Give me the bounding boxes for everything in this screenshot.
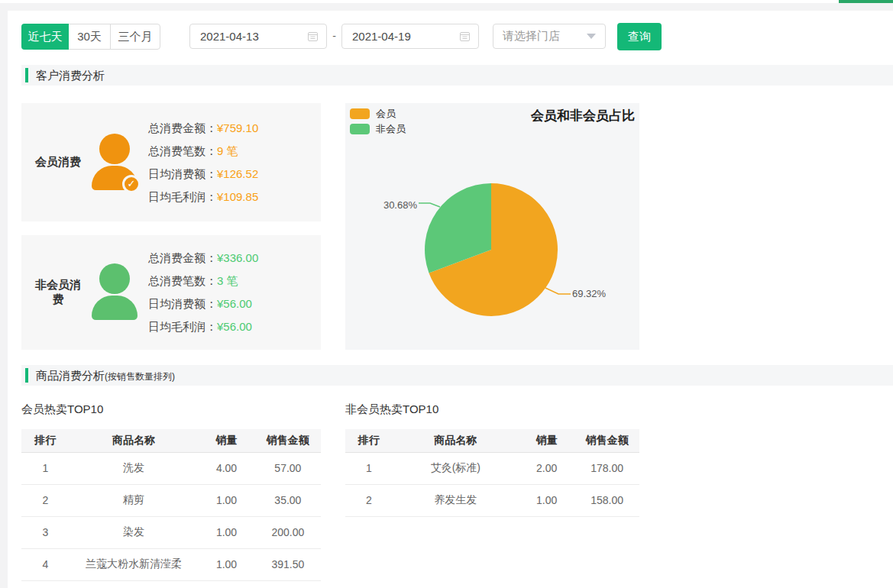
cell-qty: 1.00 — [519, 484, 574, 516]
cell-qty: 2.00 — [519, 452, 574, 484]
chevron-down-icon — [587, 34, 596, 39]
stat-label: 总消费金额： — [148, 121, 217, 134]
check-badge-icon: ✓ — [122, 175, 141, 193]
cell-rank: 4 — [21, 548, 70, 580]
col-header-rank: 排行 — [21, 429, 70, 452]
cell-rank: 1 — [345, 452, 393, 484]
cell-qty: 1.00 — [198, 548, 254, 580]
cell-amount: 391.50 — [255, 548, 321, 580]
stat-label: 总消费笔数： — [148, 144, 217, 157]
nonmember-consumption-card: 非会员消费 总消费金额：¥336.00 总消费笔数：3 笔 日均消费额：¥56.… — [21, 235, 321, 350]
table-row: 2 养发生发 1.00 158.00 — [345, 484, 639, 516]
cell-qty: 4.00 — [198, 452, 254, 484]
stat-label: 日均毛利润： — [148, 320, 217, 333]
store-select[interactable]: 请选择门店 — [493, 24, 606, 49]
calendar-icon[interactable] — [459, 31, 471, 42]
main-panel: 近七天 30天 三个月 2021-04-13 - 2021-04-19 请选择门… — [8, 11, 893, 588]
stat-value: ¥759.10 — [217, 121, 258, 134]
member-stats: 总消费金额：¥759.10 总消费笔数：9 笔 日均消费额：¥126.52 日均… — [148, 117, 258, 208]
col-header-product: 商品名称 — [393, 429, 519, 452]
cell-amount: 57.00 — [255, 452, 321, 484]
table-row: 3 染发 1.00 200.00 — [21, 516, 321, 548]
start-date-input[interactable]: 2021-04-13 — [189, 24, 327, 49]
nonmember-card-label: 非会员消费 — [31, 278, 86, 307]
cell-product: 艾灸(标准) — [393, 452, 519, 484]
stat-value: ¥56.00 — [217, 297, 252, 310]
cell-amount: 178.00 — [574, 452, 639, 484]
table-row: 1 艾灸(标准) 2.00 178.00 — [345, 452, 639, 484]
stat-label: 日均毛利润： — [148, 190, 217, 203]
person-head — [99, 134, 130, 164]
stat-row: 日均消费额：¥126.52 — [148, 163, 258, 186]
col-header-qty: 销量 — [519, 429, 574, 452]
date-range-button-group: 近七天 30天 三个月 — [21, 24, 160, 50]
cell-product: 精剪 — [70, 484, 199, 516]
table-header-row: 排行 商品名称 销量 销售金额 — [345, 429, 639, 452]
section-title-product: 商品消费分析(按销售数量排列) — [36, 365, 175, 387]
section-accent-bar — [25, 368, 28, 383]
stat-value: ¥126.52 — [217, 167, 258, 180]
table-row: 4 兰蔻大粉水新清滢柔 1.00 391.50 — [21, 548, 321, 580]
pie-label-nonmember: 30.68% — [380, 199, 417, 211]
col-header-amount: 销售金额 — [255, 429, 321, 452]
cell-product: 兰蔻大粉水新清滢柔 — [70, 548, 199, 580]
query-button[interactable]: 查询 — [617, 23, 662, 50]
col-header-rank: 排行 — [345, 429, 393, 452]
stat-label: 总消费金额： — [148, 251, 217, 264]
stat-value: ¥336.00 — [217, 251, 258, 264]
stat-label: 总消费笔数： — [148, 274, 217, 287]
stat-row: 总消费金额：¥759.10 — [148, 117, 258, 140]
cell-product: 染发 — [70, 516, 199, 548]
member-top10-title: 会员热卖TOP10 — [21, 402, 103, 417]
range-button-30days[interactable]: 30天 — [68, 24, 111, 50]
end-date-input[interactable]: 2021-04-19 — [341, 24, 479, 49]
store-select-placeholder: 请选择门店 — [503, 29, 587, 44]
section-subtitle-text: (按销售数量排列) — [105, 371, 175, 382]
member-top10-table: 排行 商品名称 销量 销售金额 1 洗发 4.00 57.00 2 精剪 1.0… — [21, 429, 321, 581]
progress-bar — [839, 0, 893, 3]
date-range-separator: - — [327, 24, 341, 49]
stat-row: 日均毛利润：¥109.85 — [148, 186, 258, 208]
top-strip — [0, 0, 893, 3]
stat-value: 9 笔 — [217, 144, 238, 157]
cell-amount: 158.00 — [574, 484, 639, 516]
pie-label-member: 69.32% — [572, 288, 606, 299]
col-header-qty: 销量 — [198, 429, 254, 452]
section-header-customer: 客户消费分析 — [21, 65, 893, 86]
table-row: 1 洗发 4.00 57.00 — [21, 452, 321, 484]
cell-product: 养发生发 — [393, 484, 519, 516]
member-consumption-card: 会员消费 ✓ 总消费金额：¥759.10 总消费笔数：9 笔 日均消费额：¥12… — [21, 103, 321, 221]
cell-amount: 35.00 — [255, 484, 321, 516]
table-row: 2 精剪 1.00 35.00 — [21, 484, 321, 516]
section-title-customer: 客户消费分析 — [36, 65, 105, 86]
label-line-nonmember — [419, 203, 440, 207]
stat-value: ¥109.85 — [217, 190, 258, 203]
start-date-value: 2021-04-13 — [200, 30, 307, 43]
stat-row: 日均消费额：¥56.00 — [148, 292, 258, 315]
calendar-icon[interactable] — [307, 31, 319, 42]
stat-row: 日均毛利润：¥56.00 — [148, 315, 258, 338]
range-button-last7days[interactable]: 近七天 — [21, 24, 69, 50]
nonmember-top10-table: 排行 商品名称 销量 销售金额 1 艾灸(标准) 2.00 178.00 2 养… — [345, 429, 639, 517]
col-header-amount: 销售金额 — [574, 429, 639, 452]
member-person-icon: ✓ — [92, 134, 138, 192]
cell-rank: 1 — [21, 452, 70, 484]
stat-row: 总消费金额：¥336.00 — [148, 247, 258, 270]
member-card-label: 会员消费 — [31, 155, 86, 170]
section-header-product: 商品消费分析(按销售数量排列) — [21, 365, 893, 386]
pie-chart-panel: 会员 非会员 会员和非会员占比 30.68% 69.32% — [345, 103, 639, 350]
nonmember-stats: 总消费金额：¥336.00 总消费笔数：3 笔 日均消费额：¥56.00 日均毛… — [148, 247, 258, 338]
range-button-3months[interactable]: 三个月 — [110, 24, 160, 50]
cell-amount: 200.00 — [255, 516, 321, 548]
stat-label: 日均消费额： — [148, 297, 217, 310]
table-header-row: 排行 商品名称 销量 销售金额 — [21, 429, 321, 452]
cell-rank: 3 — [21, 516, 70, 548]
cell-rank: 2 — [345, 484, 393, 516]
person-body — [92, 296, 138, 320]
cell-rank: 2 — [21, 484, 70, 516]
end-date-value: 2021-04-19 — [352, 30, 459, 43]
cell-qty: 1.00 — [198, 484, 254, 516]
cell-qty: 1.00 — [198, 516, 254, 548]
col-header-product: 商品名称 — [70, 429, 199, 452]
pie-slices — [425, 183, 558, 316]
